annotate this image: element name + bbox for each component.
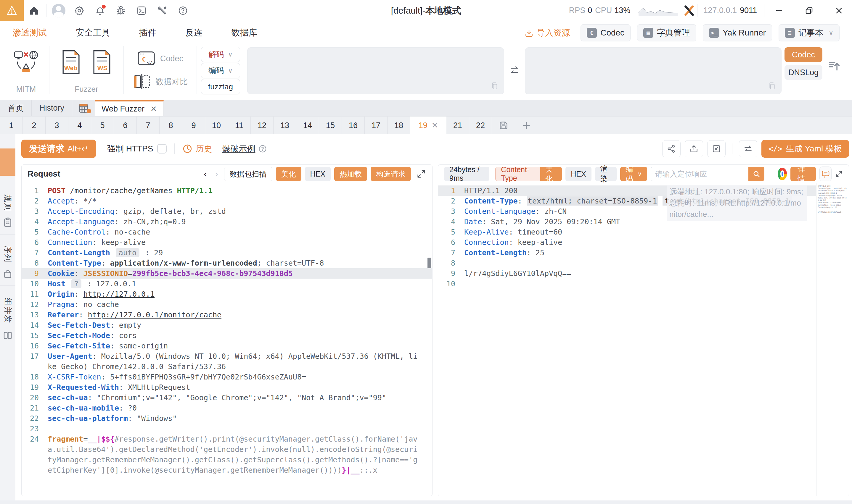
codec-input-area[interactable] [247,47,504,94]
code-line[interactable]: 10 [438,278,849,289]
sidebar-active-tab[interactable] [0,148,15,176]
tab-dnslog[interactable]: DNSLog [784,65,822,80]
notifications-icon[interactable] [90,0,110,21]
close-tab-icon[interactable]: ✕ [432,121,438,130]
sidebar-item-group[interactable]: 组并发 [0,286,15,347]
home-button[interactable] [24,0,45,21]
yakit-logo[interactable] [0,0,24,21]
fullscreen-icon[interactable] [835,169,843,179]
fuzzer-tab-7[interactable]: 7 [137,116,160,134]
fullscreen-icon[interactable] [416,169,426,179]
fuzzer-tab-1[interactable]: 1 [0,116,23,134]
fuzzer-tab-19[interactable]: 19✕ [410,116,447,134]
fuzzer-tab-10[interactable]: 10 [205,116,228,134]
code-line[interactable]: 5Cache-Control: no-cache [22,227,432,237]
code-line[interactable]: 22sec-ch-ua-platform: "Windows" [22,413,432,424]
fuzzer-tab-16[interactable]: 16 [342,116,365,134]
code-line[interactable]: 8 [438,258,849,268]
user-avatar[interactable] [48,0,69,21]
fuzzer-tab-22[interactable]: 22 [469,116,492,134]
fuzzer-tab-14[interactable]: 14 [296,116,319,134]
code-line[interactable]: 20sec-ch-ua: "Chromium";v="142", "Google… [22,393,432,403]
fuzzer-tab-3[interactable]: 3 [46,116,68,134]
sidebar-item-rules[interactable]: 规则 [0,183,15,235]
code-line[interactable]: 8Content-Type: application/x-www-form-ur… [22,258,432,268]
decode-button[interactable]: 解码∨ [201,47,240,62]
import-packet-button[interactable] [707,140,726,157]
code-line[interactable]: 6Connection: keep-alive [438,237,849,248]
fuzzer-tab-6[interactable]: 6 [114,116,137,134]
collapse-panel-icon[interactable] [828,59,841,72]
hex-button[interactable]: HEX [566,167,591,181]
hex-button[interactable]: HEX [305,167,331,181]
code-line[interactable]: 16Sec-Fetch-Site: same-origin [22,341,432,351]
scrollbar-thumb[interactable] [428,258,431,268]
code-line[interactable]: 12Pragma: no-cache [22,299,432,310]
code-line[interactable]: 23 [22,424,432,434]
response-editor[interactable]: 远端地址: 127.0.0.1:80; 响应时间: 9ms; 总耗时: 11ms… [438,183,849,496]
save-fuzzer-icon[interactable] [492,116,515,134]
minimize-button[interactable] [766,0,792,21]
terminal-icon[interactable] [131,0,152,21]
code-line[interactable]: 5Keep-Alive: timeout=60 [438,227,849,237]
minimap[interactable]: HTTP/1.1 200 Content-Type: text/html; ch… [816,183,849,496]
yak-engine-icon[interactable] [683,4,695,17]
request-editor[interactable]: 1POST /monitor/cache/getNames HTTP/1.12A… [22,183,432,496]
codec-output-area[interactable] [525,47,782,94]
tab-home[interactable]: 首页 [0,100,32,116]
detail-button[interactable]: 详情 [790,167,816,181]
code-line[interactable]: 7Content-Length: 25 [438,248,849,258]
content-type-badge[interactable]: Content-Type [495,167,540,181]
codec-button[interactable]: C Codec [580,24,630,41]
settings-icon[interactable] [69,0,90,21]
fuzzer-tab-18[interactable]: 18 [387,116,410,134]
generate-yaml-button[interactable]: </> 生成 Yaml 模板 [761,140,849,158]
blast-example-link[interactable]: 爆破示例 [222,143,255,155]
history-button[interactable]: 历史 [182,143,212,155]
code-line[interactable]: 13Referer: http://127.0.0.1/monitor/cach… [22,310,432,320]
fuzzer-tab-11[interactable]: 11 [228,116,251,134]
code-line[interactable]: 3Accept-Encoding: gzip, deflate, br, zst… [22,206,432,216]
switch-view-button[interactable] [739,140,757,157]
code-line[interactable]: 9l/r74gSdiyL6GY10lApVqQ== [438,268,849,278]
swap-io-icon[interactable] [507,46,522,94]
code-line[interactable]: 17User-Agent: Mozilla/5.0 (Windows NT 10… [22,351,432,372]
fuzzer-tab-2[interactable]: 2 [23,116,46,134]
beautify-button[interactable]: 美化 [276,167,301,181]
menu-pentest[interactable]: 渗透测试 [13,27,47,39]
code-line[interactable]: 1POST /monitor/cache/getNames HTTP/1.1 [22,185,432,196]
notepad-button[interactable]: ≡ 记事本 ∨ [779,24,839,41]
menu-security-tools[interactable]: 安全工具 [76,27,110,39]
send-request-button[interactable]: 发送请求 Alt+↵ [21,140,96,158]
menu-database[interactable]: 数据库 [231,27,257,39]
code-line[interactable]: 15Sec-Fetch-Mode: cors [22,330,432,341]
mitm-entry[interactable]: MITM [3,46,49,94]
yak-runner-button[interactable]: >_ Yak Runner [703,24,772,41]
tab-codec[interactable]: Codec [784,47,822,62]
copy-icon[interactable] [490,82,499,90]
menu-plugins[interactable]: 插件 [139,27,156,39]
fuzzer-tab-9[interactable]: 9 [182,116,205,134]
code-line[interactable]: 9Cookie: JSESSIONID=299fb5ce-bcb3-4ec4-9… [22,268,432,278]
tab-db-grid[interactable] [72,100,95,116]
dictionary-button[interactable]: ▤ 字典管理 [637,24,696,41]
force-https-checkbox[interactable] [157,144,167,154]
code-line[interactable]: 19X-Requested-With: XMLHttpRequest [22,382,432,393]
code-line[interactable]: 11Origin: http://127.0.0.1 [22,289,432,299]
comment-button[interactable] [819,166,832,181]
packet-scan-button[interactable]: 数据包扫描 [224,167,272,181]
fuzzer-tab-4[interactable]: 4 [68,116,91,134]
tools-icon[interactable] [152,0,173,21]
code-line[interactable]: 24fragment=__|$${#response.getWriter().p… [22,434,432,475]
copy-icon[interactable] [768,82,777,90]
construct-request-button[interactable]: 构造请求 [371,167,411,181]
fuzztag-button[interactable]: fuzztag [201,79,240,94]
share-button[interactable] [662,140,681,157]
code-line[interactable]: 10Host ? : 127.0.0.1 [22,278,432,289]
fuzzer-tab-15[interactable]: 15 [319,116,342,134]
open-in-chrome-icon[interactable] [778,168,787,180]
encode-button[interactable]: 编码∨ [201,63,240,78]
data-compare-tool[interactable]: 数据对比 [133,74,188,90]
maximize-button[interactable] [796,0,822,21]
render-button[interactable]: 渲染 [595,167,617,181]
